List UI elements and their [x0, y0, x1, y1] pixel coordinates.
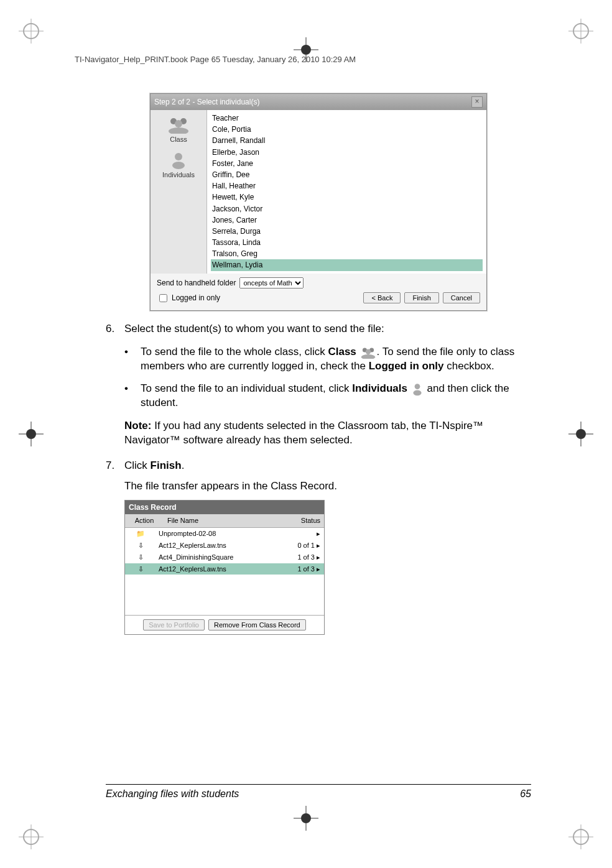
- file-name: Act12_KeplersLaw.tns: [156, 565, 277, 574]
- list-item[interactable]: Teacher: [211, 113, 483, 124]
- table-row-selected[interactable]: ⇩ Act12_KeplersLaw.tns 1 of 3 ▸: [125, 563, 324, 575]
- dialog-sidebar: Class Individuals: [151, 110, 207, 274]
- svg-point-27: [169, 127, 188, 134]
- svg-point-28: [175, 153, 182, 160]
- col-action: Action: [125, 514, 164, 527]
- file-name: Act12_KeplersLaw.tns: [156, 541, 277, 550]
- individual-icon: [410, 382, 424, 396]
- back-button[interactable]: < Back: [363, 292, 401, 303]
- list-item[interactable]: Jones, Carter: [211, 215, 483, 226]
- list-item[interactable]: Tassora, Linda: [211, 237, 483, 248]
- crop-mark: [19, 824, 44, 849]
- finish-bold: Finish: [151, 459, 182, 471]
- list-item[interactable]: Griffin, Dee: [211, 169, 483, 180]
- list-item[interactable]: Darnell, Randall: [211, 135, 483, 146]
- table-row[interactable]: ⇩ Act12_KeplersLaw.tns 0 of 1 ▸: [125, 540, 324, 552]
- individuals-bold-label: Individuals: [352, 382, 407, 394]
- bullet-individuals: • To send the file to an individual stud…: [124, 382, 531, 410]
- list-item[interactable]: Ellerbe, Jason: [211, 147, 483, 158]
- class-record-header: Action File Name Status: [125, 514, 324, 528]
- page-content: Step 2 of 2 - Select individual(s) × Cla…: [106, 93, 531, 635]
- note-block: Note: If you had any students selected i…: [124, 419, 531, 448]
- save-to-portfolio-button: Save to Portfolio: [143, 619, 205, 630]
- class-button[interactable]: Class: [157, 115, 200, 144]
- svg-point-29: [172, 162, 185, 169]
- step-text: Click: [124, 459, 151, 471]
- list-item[interactable]: Cole, Portia: [211, 124, 483, 135]
- logged-in-only-input[interactable]: [159, 294, 167, 302]
- svg-point-34: [414, 384, 420, 389]
- file-name: Act4_DiminishingSquare: [156, 553, 277, 562]
- class-record-title: Class Record: [125, 501, 324, 514]
- list-item[interactable]: Hall, Heather: [211, 180, 483, 192]
- crop-mark: [568, 19, 593, 44]
- individuals-label: Individuals: [162, 171, 195, 178]
- logged-in-only-label: Logged in only: [172, 293, 220, 303]
- folder-icon: 📁: [125, 529, 156, 538]
- crop-mark: [19, 422, 44, 446]
- crop-mark: [568, 824, 593, 849]
- transfer-icon: ⇩: [125, 565, 156, 574]
- step-after-text: The file transfer appears in the Class R…: [124, 479, 531, 494]
- send-folder-label: Send to handheld folder: [157, 278, 236, 288]
- note-text: If you had any students selected in the …: [124, 420, 483, 446]
- logged-in-only-bold: Logged in only: [369, 360, 444, 372]
- list-item[interactable]: Foster, Jane: [211, 158, 483, 169]
- dialog-title-text: Step 2 of 2 - Select individual(s): [154, 97, 259, 107]
- close-icon[interactable]: ×: [471, 96, 483, 108]
- transfer-icon: ⇩: [125, 553, 156, 562]
- step-text: .: [182, 459, 185, 471]
- class-bold-label: Class: [328, 346, 356, 358]
- class-label: Class: [170, 136, 187, 143]
- print-header: TI-Navigator_Help_PRINT.book Page 65 Tue…: [75, 55, 537, 64]
- list-item[interactable]: Tralson, Greg: [211, 248, 483, 259]
- step-number: 6.: [106, 322, 124, 336]
- page-number: 65: [520, 788, 531, 800]
- class-group-icon: [359, 346, 377, 358]
- page-footer: Exchanging files with students 65: [106, 784, 531, 800]
- dialog-titlebar: Step 2 of 2 - Select individual(s) ×: [151, 94, 486, 110]
- list-item[interactable]: Serrela, Durga: [211, 226, 483, 237]
- status-text: 1 of 3 ▸: [277, 553, 324, 562]
- crop-mark: [19, 19, 44, 44]
- status-text: 0 of 1 ▸: [277, 541, 324, 550]
- logged-in-only-checkbox[interactable]: Logged in only: [157, 292, 220, 304]
- cancel-button[interactable]: Cancel: [443, 292, 480, 303]
- status-text: ▸: [277, 529, 324, 538]
- class-record-panel: Class Record Action File Name Status 📁 U…: [124, 500, 325, 635]
- individuals-list[interactable]: Teacher Cole, Portia Darnell, Randall El…: [207, 110, 486, 274]
- individuals-button[interactable]: Individuals: [157, 150, 200, 180]
- note-label: Note:: [124, 420, 151, 432]
- folder-dropdown[interactable]: oncepts of Math: [239, 277, 304, 289]
- svg-point-32: [365, 349, 370, 354]
- remove-from-class-record-button[interactable]: Remove From Class Record: [208, 619, 306, 630]
- class-group-icon: [166, 115, 191, 134]
- bullet-text: checkbox.: [444, 360, 494, 372]
- status-text: 1 of 3 ▸: [277, 565, 324, 574]
- footer-section: Exchanging files with students: [106, 788, 239, 800]
- list-item[interactable]: Hewett, Kyle: [211, 192, 483, 203]
- step-number: 7.: [106, 459, 124, 494]
- table-row[interactable]: 📁 Unprompted-02-08 ▸: [125, 528, 324, 540]
- step-text: Select the student(s) to whom you want t…: [124, 322, 531, 336]
- list-item[interactable]: Jackson, Victor: [211, 203, 483, 215]
- crop-mark: [568, 422, 593, 446]
- bullet-icon: •: [124, 345, 141, 374]
- list-item-selected[interactable]: Wellman, Lydia: [211, 259, 483, 270]
- select-individuals-dialog: Step 2 of 2 - Select individual(s) × Cla…: [150, 93, 487, 311]
- finish-button[interactable]: Finish: [404, 292, 438, 303]
- file-name: Unprompted-02-08: [156, 529, 277, 538]
- bullet-text: To send the file to the whole class, cli…: [141, 346, 328, 358]
- bullet-class: • To send the file to the whole class, c…: [124, 345, 531, 374]
- table-row[interactable]: ⇩ Act4_DiminishingSquare 1 of 3 ▸: [125, 552, 324, 563]
- individual-icon: [166, 150, 191, 169]
- bullet-icon: •: [124, 382, 141, 410]
- svg-point-35: [413, 390, 421, 395]
- crop-mark: [294, 806, 318, 831]
- col-status: Status: [273, 514, 324, 527]
- svg-point-33: [361, 354, 374, 359]
- bullet-text: To send the file to an individual studen…: [141, 382, 352, 394]
- step-6: 6. Select the student(s) to whom you wan…: [106, 322, 531, 336]
- col-filename: File Name: [164, 514, 273, 527]
- svg-point-26: [175, 120, 182, 127]
